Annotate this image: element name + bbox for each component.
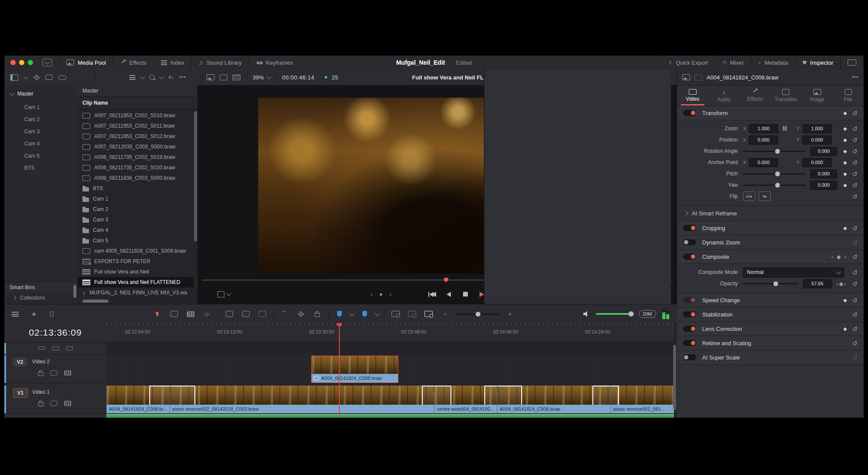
insert-clip-button[interactable] bbox=[224, 309, 235, 319]
dynamic-trim-tool[interactable]: ‹|› bbox=[201, 309, 213, 319]
list-item[interactable]: A007_08211953_C002_S012.braw bbox=[77, 131, 194, 142]
tab-inspector[interactable]: ⚒ Inspector bbox=[795, 56, 840, 69]
stop-button[interactable] bbox=[459, 289, 472, 300]
viewer-overlay-mode[interactable] bbox=[213, 289, 235, 300]
cropping-reset-icon[interactable]: ↺ bbox=[852, 225, 858, 231]
timeline-view-options-icon[interactable] bbox=[10, 309, 21, 319]
opacity-slider[interactable] bbox=[743, 283, 799, 284]
stabilization-reset-icon[interactable]: ↺ bbox=[852, 311, 858, 318]
list-item[interactable]: ⚙EXPORTS FOR PETER bbox=[77, 256, 194, 267]
opacity-field[interactable]: 57.65 bbox=[803, 279, 832, 288]
position-keyframe-icon[interactable]: ◆ bbox=[843, 137, 847, 143]
trim-edit-mode-tool[interactable] bbox=[168, 309, 180, 319]
section-lens-correction[interactable]: Lens Correction ◆↺ bbox=[677, 322, 864, 336]
lens-correction-toggle[interactable] bbox=[683, 326, 696, 332]
tab-effects-inspector[interactable]: Effects bbox=[739, 86, 770, 106]
partial-track-icon[interactable] bbox=[38, 346, 45, 350]
audio-monitor-icon[interactable] bbox=[583, 311, 590, 317]
flip-horizontal-button[interactable]: ▸|◂ bbox=[743, 191, 755, 201]
list-item[interactable]: ♪MUFGAL_2. NEIL FINN_LIVE MIX_V3.wa bbox=[77, 287, 194, 298]
collaboration-chat-icon[interactable] bbox=[46, 75, 53, 80]
list-item[interactable]: A007_08211953_C002_S010.braw bbox=[77, 110, 194, 121]
timeline-zoom-fit-icon[interactable] bbox=[390, 309, 401, 319]
pitch-keyframe-icon[interactable]: ◆ bbox=[843, 171, 847, 177]
timeline-custom-zoom-icon[interactable] bbox=[423, 309, 434, 319]
section-transform[interactable]: Transform ◆↺ bbox=[677, 106, 864, 120]
track-v2-auto-select-icon[interactable] bbox=[64, 370, 71, 376]
tab-file[interactable]: File bbox=[832, 86, 864, 106]
sidebar-scrollbar[interactable] bbox=[73, 285, 76, 298]
zoom-x-field[interactable]: 1.000 bbox=[749, 124, 778, 133]
zoom-out-button[interactable]: − bbox=[439, 309, 450, 319]
list-item[interactable]: Cam 1 bbox=[77, 194, 194, 204]
list-item[interactable]: A008_08211735_C002_S019.braw bbox=[77, 152, 194, 162]
scrub-playhead-icon[interactable] bbox=[444, 278, 448, 282]
list-item[interactable]: A007_08212035_C003_S000.braw bbox=[77, 142, 194, 152]
snapping-icon[interactable]: ⌒ bbox=[279, 309, 290, 319]
timeline-playhead[interactable] bbox=[339, 323, 340, 418]
tab-quick-export[interactable]: ⇧ Quick Export bbox=[661, 56, 715, 69]
timeline-zoom-slider[interactable] bbox=[456, 313, 499, 315]
tab-transition[interactable]: Transition bbox=[770, 86, 802, 106]
pitch-field[interactable]: 0.000 bbox=[810, 169, 837, 178]
flip-reset-icon[interactable]: ↺ bbox=[852, 193, 858, 200]
overwrite-clip-button[interactable] bbox=[240, 309, 251, 319]
filmstrip-view-icon[interactable] bbox=[220, 75, 227, 80]
cropping-toggle[interactable] bbox=[683, 225, 696, 231]
anchor-x-field[interactable]: 0.000 bbox=[749, 158, 778, 167]
section-speed-change[interactable]: Speed Change ◆↺ bbox=[677, 293, 864, 307]
clip-name-column-header[interactable]: Clip Name bbox=[77, 96, 197, 109]
retime-scaling-reset-icon[interactable]: ↺ bbox=[852, 340, 858, 346]
dynamic-zoom-reset-icon[interactable]: ↺ bbox=[852, 239, 858, 246]
jog-control[interactable]: ‹ ● › bbox=[365, 289, 400, 300]
search-icon[interactable] bbox=[149, 75, 155, 80]
flag-color-chevron-icon[interactable] bbox=[349, 311, 354, 316]
opacity-keyframe-nav-icon[interactable]: ‹◆› bbox=[836, 280, 847, 287]
cloud-sync-icon[interactable] bbox=[59, 75, 66, 80]
stabilization-toggle[interactable] bbox=[683, 311, 696, 317]
list-item[interactable]: Cam 5 bbox=[77, 235, 194, 246]
position-lock-icon[interactable] bbox=[312, 309, 323, 319]
relink-media-icon[interactable]: ⛓ bbox=[33, 73, 41, 82]
transform-keyframe-icon[interactable]: ◆ bbox=[843, 110, 847, 116]
collections-expand-icon[interactable] bbox=[11, 295, 16, 300]
master-expand-icon[interactable] bbox=[10, 91, 14, 96]
bin-cam-4[interactable]: Cam 4 bbox=[4, 139, 77, 149]
position-y-field[interactable]: 0.000 bbox=[802, 135, 832, 145]
partial-track-icon[interactable] bbox=[66, 346, 73, 350]
viewer-zoom-level[interactable]: 39% bbox=[253, 74, 264, 81]
opacity-reset-icon[interactable]: ↺ bbox=[852, 280, 858, 287]
timeline-ruler[interactable]: 02:12:54:00 02:13:12:00 02:13:30:00 02:1… bbox=[106, 323, 674, 343]
tab-image[interactable]: Image bbox=[802, 86, 833, 106]
zoom-in-button[interactable]: + bbox=[504, 309, 516, 319]
composite-reset-icon[interactable]: ↺ bbox=[852, 254, 858, 260]
partial-track-icon[interactable] bbox=[52, 346, 59, 350]
track-v2-lock-icon[interactable] bbox=[38, 372, 43, 376]
track-v1-enable-icon[interactable] bbox=[50, 401, 57, 406]
clean-feed-button[interactable] bbox=[840, 56, 864, 69]
pitch-reset-icon[interactable]: ↺ bbox=[852, 171, 858, 177]
tab-media-pool[interactable]: Media Pool bbox=[59, 56, 113, 69]
composite-keyframe-nav-icon[interactable]: ‹ ◆ › bbox=[832, 254, 847, 260]
marker-color-chevron-icon[interactable] bbox=[375, 311, 379, 316]
yaw-slider[interactable] bbox=[743, 185, 806, 186]
bin-bts[interactable]: BTS bbox=[4, 163, 77, 173]
zoom-y-field[interactable]: 1.000 bbox=[802, 124, 832, 133]
bin-cam-5[interactable]: Cam 5 bbox=[4, 151, 77, 161]
zoom-keyframe-icon[interactable]: ◆ bbox=[843, 126, 847, 132]
lens-correction-reset-icon[interactable]: ↺ bbox=[852, 326, 858, 332]
timeline-clip-v1[interactable]: centre wide004_0814192... bbox=[434, 386, 497, 413]
sort-icon[interactable]: ≡↓ bbox=[168, 74, 174, 80]
yaw-reset-icon[interactable]: ↺ bbox=[852, 182, 858, 188]
bin-list-chevron-icon[interactable] bbox=[23, 74, 28, 79]
section-ai-super-scale[interactable]: AI Super Scale ↺ bbox=[677, 350, 864, 365]
zoom-reset-icon[interactable]: ↺ bbox=[852, 125, 858, 132]
list-item-selected[interactable]: Full show Vera and Neil FLATTENED bbox=[77, 277, 194, 287]
list-item[interactable]: Full show Vera and Neil bbox=[77, 267, 194, 277]
section-stabilization[interactable]: Stabilization ↺ bbox=[677, 307, 864, 322]
tab-effects[interactable]: Effects bbox=[113, 56, 154, 69]
monitor-volume-slider[interactable] bbox=[596, 313, 633, 315]
track-v2-enable-icon[interactable] bbox=[50, 370, 57, 376]
list-view-chevron-icon[interactable] bbox=[140, 74, 145, 79]
lens-correction-keyframe-icon[interactable]: ◆ bbox=[843, 326, 847, 332]
